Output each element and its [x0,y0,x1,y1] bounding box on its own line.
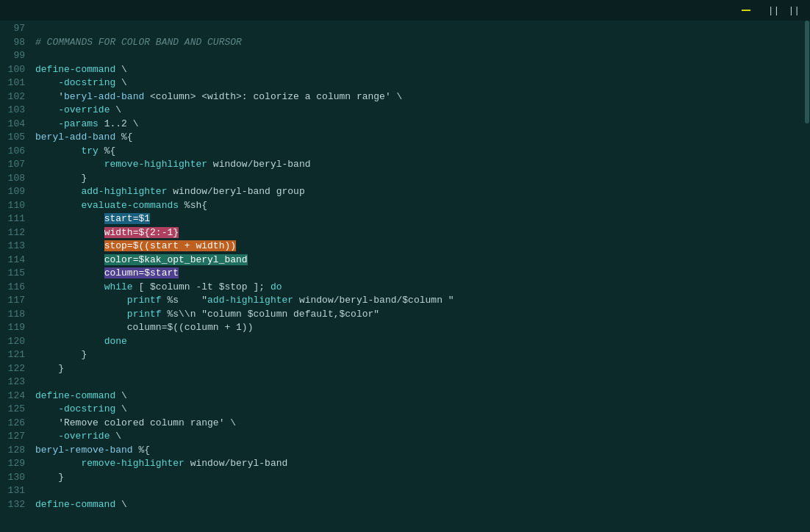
code-line: beryl-remove-band %{ [35,444,804,458]
code-area[interactable]: # COMMANDS FOR COLOR BAND AND CURSOR def… [31,21,804,532]
code-line: define-command \ [35,389,804,403]
line-number: 120 [6,335,25,349]
code-line: printf %s\\n "column $column default,$co… [35,308,804,322]
code-line: done [35,335,804,349]
code-line: -params 1..2 \ [35,118,804,132]
code-line: } [35,172,804,186]
line-number: 129 [6,457,25,471]
line-number: 103 [6,104,25,118]
code-line: -override \ [35,430,804,444]
mode-badge [742,10,750,11]
line-number: 126 [6,417,25,431]
code-line: remove-highlighter window/beryl-band [35,457,804,471]
scrollbar[interactable] [804,21,810,532]
separator1: || [768,5,780,16]
code-line: stop=$((start + width)) [35,240,804,254]
line-number: 117 [6,294,25,308]
line-number: 116 [6,281,25,295]
line-number: 128 [6,444,25,458]
line-number: 106 [6,145,25,159]
line-number: 124 [6,389,25,403]
code-line: add-highlighter window/beryl-band group [35,185,804,199]
code-line [35,22,804,36]
line-numbers: 9798991001011021031041051061071081091101… [0,21,31,532]
statusbar: || || [0,0,810,21]
line-number: 101 [6,76,25,90]
line-number: 122 [6,362,25,376]
line-number: 114 [6,254,25,267]
code-line: printf %s "add-highlighter window/beryl-… [35,294,804,308]
line-number: 100 [6,63,25,77]
line-number: 125 [6,403,25,417]
code-line: beryl-add-band %{ [35,131,804,145]
code-line: evaluate-commands %sh{ [35,199,804,213]
code-line: column=$((column + 1)) [35,321,804,335]
line-number: 115 [6,267,25,281]
code-line: 'Remove colored column range' \ [35,417,804,431]
scrollbar-thumb[interactable] [805,21,809,123]
line-number: 123 [6,375,25,389]
code-line: } [35,362,804,376]
line-number: 127 [6,430,25,444]
code-line: # COMMANDS FOR COLOR BAND AND CURSOR [35,36,804,50]
line-number: 132 [6,498,25,512]
code-line: -docstring \ [35,76,804,90]
line-number: 105 [6,131,25,145]
line-number: 98 [6,36,25,50]
line-number: 121 [6,348,25,362]
editor: 9798991001011021031041051061071081091101… [0,21,810,532]
line-number: 97 [6,22,25,36]
line-number: 104 [6,118,25,132]
code-line: -docstring \ [35,403,804,417]
code-line [35,484,804,498]
line-number: 119 [6,321,25,335]
line-number: 113 [6,240,25,254]
code-line: remove-highlighter window/beryl-band [35,158,804,172]
line-number: 108 [6,172,25,186]
line-number: 118 [6,308,25,322]
code-line: color=$kak_opt_beryl_band [35,254,804,267]
code-line: column=$start [35,267,804,281]
code-line: define-command \ [35,63,804,77]
code-line: } [35,471,804,485]
line-number: 130 [6,471,25,485]
line-number: 131 [6,484,25,498]
code-line: start=$1 [35,212,804,226]
line-number: 99 [6,49,25,63]
code-line: } [35,348,804,362]
code-line: try %{ [35,145,804,159]
line-number: 109 [6,185,25,199]
line-number: 111 [6,212,25,226]
code-line [35,375,804,389]
code-line: while [ $column -lt $stop ]; do [35,281,804,295]
line-number: 107 [6,158,25,172]
code-line: width=${2:-1} [35,226,804,240]
code-line: -override \ [35,104,804,118]
code-line [35,49,804,63]
line-number: 112 [6,226,25,240]
separator2: || [788,5,800,16]
code-line: 'beryl-add-band <column> <width>: colori… [35,90,804,104]
line-number: 110 [6,199,25,213]
line-number: 102 [6,90,25,104]
code-line: define-command \ [35,498,804,512]
